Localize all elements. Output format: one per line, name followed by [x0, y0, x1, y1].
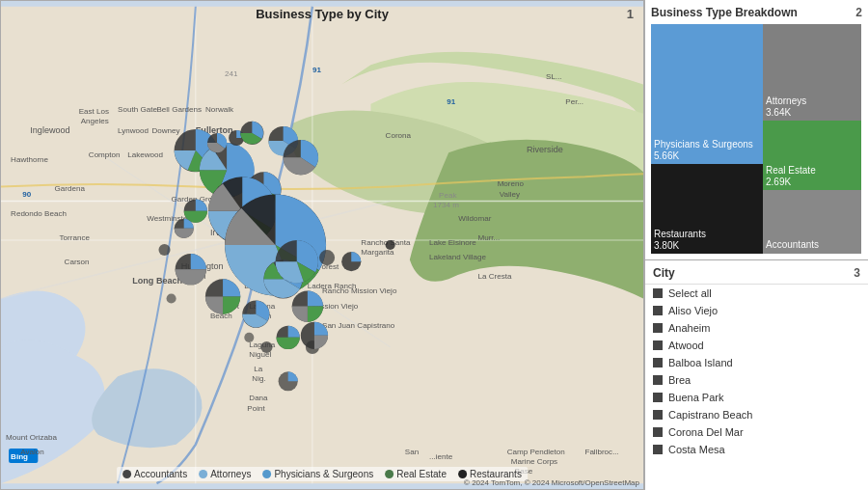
city-checkbox: [653, 393, 663, 402]
city-item-label: Atwood: [668, 340, 704, 351]
svg-point-93: [158, 244, 170, 256]
city-item-label: Brea: [668, 374, 691, 386]
map-attribution: © 2024 TomTom, © 2024 Microsoft/OpenStre…: [464, 478, 639, 487]
treemap-attorneys-value: 3.64K: [766, 107, 858, 118]
city-panel-number: 3: [854, 266, 860, 280]
city-panel-title: City: [653, 266, 675, 280]
city-checkbox: [653, 358, 663, 368]
legend-attorneys-label: Attorneys: [210, 469, 251, 479]
map-panel-number: 1: [627, 7, 634, 21]
svg-point-95: [244, 333, 254, 342]
city-item-label: Balboa Island: [668, 357, 733, 368]
treemap-accountants-label: Accountants: [766, 239, 858, 251]
city-checkbox: [653, 288, 663, 298]
treemap-header: Business Type Breakdown 2: [651, 6, 862, 19]
legend-accountants-label: Accountants: [134, 469, 187, 479]
treemap-attorneys[interactable]: Attorneys 3.64K: [763, 24, 861, 121]
city-item[interactable]: Costa Mesa: [645, 441, 868, 458]
right-panels: Business Type Breakdown 2 Physicians & S…: [644, 0, 868, 490]
city-item[interactable]: Atwood: [645, 337, 868, 354]
city-checkbox: [653, 340, 663, 350]
city-item-label: Aliso Viejo: [668, 305, 718, 316]
treemap-physicians-label: Physicians & Surgeons: [654, 139, 760, 150]
city-list[interactable]: Select allAliso ViejoAnaheimAtwoodBalboa…: [645, 285, 868, 490]
svg-point-101: [386, 240, 395, 250]
legend-physicians-label: Physicians & Surgeons: [274, 469, 373, 479]
city-panel: City 3 Select allAliso ViejoAnaheimAtwoo…: [645, 260, 868, 490]
city-checkbox: [653, 410, 663, 420]
city-checkbox: [653, 323, 663, 333]
physicians-dot: [262, 470, 271, 478]
map-panel: Business Type by City 1 Inglewood Hawt: [0, 0, 644, 490]
city-checkbox: [653, 427, 663, 437]
legend-attorneys: Attorneys: [199, 469, 251, 479]
treemap-restaurants[interactable]: Restaurants 3.80K: [651, 164, 763, 254]
city-item[interactable]: Anaheim: [645, 319, 868, 337]
city-item[interactable]: Brea: [645, 371, 868, 389]
treemap-restaurants-value: 3.80K: [654, 240, 760, 251]
svg-point-98: [319, 250, 335, 265]
realestate-dot: [385, 470, 393, 478]
accountants-dot: [122, 470, 131, 478]
city-item[interactable]: Buena Park: [645, 389, 868, 406]
svg-point-94: [167, 293, 176, 303]
treemap-restaurants-label: Restaurants: [654, 229, 760, 240]
city-checkbox: [653, 375, 663, 385]
treemap-realestate-value: 2.69K: [766, 177, 858, 187]
city-item-label: Corona Del Mar: [668, 426, 744, 438]
legend-realestate: Real Estate: [385, 469, 447, 479]
treemap-number: 2: [855, 6, 862, 19]
treemap-physicians-value: 5.66K: [654, 150, 760, 161]
treemap-accountants[interactable]: Accountants: [763, 190, 861, 254]
city-item-label: Anaheim: [668, 322, 710, 334]
treemap-panel: Business Type Breakdown 2 Physicians & S…: [645, 0, 868, 260]
treemap-container[interactable]: Physicians & Surgeons 5.66K Attorneys 3.…: [651, 24, 861, 254]
city-item-label: Capistrano Beach: [668, 409, 752, 421]
city-item-label: Buena Park: [668, 392, 723, 403]
city-panel-header: City 3: [645, 260, 868, 285]
city-item[interactable]: Select all: [645, 285, 868, 302]
restaurants-dot: [458, 470, 467, 478]
treemap-realestate-label: Real Estate: [766, 165, 858, 177]
city-checkbox: [653, 445, 663, 454]
svg-point-96: [260, 341, 272, 353]
legend-realestate-label: Real Estate: [396, 469, 447, 479]
city-item-label: Select all: [668, 287, 712, 299]
attorneys-dot: [199, 470, 207, 478]
treemap-attorneys-label: Attorneys: [766, 95, 858, 107]
treemap-title: Business Type Breakdown: [651, 6, 798, 19]
pie-charts-overlay: [1, 1, 643, 489]
city-item[interactable]: Corona Del Mar: [645, 423, 868, 441]
treemap-realestate[interactable]: Real Estate 2.69K: [763, 121, 861, 190]
city-item[interactable]: Capistrano Beach: [645, 406, 868, 423]
city-item[interactable]: Balboa Island: [645, 354, 868, 371]
treemap-physicians[interactable]: Physicians & Surgeons 5.66K: [651, 24, 763, 164]
city-item[interactable]: Aliso Viejo: [645, 302, 868, 319]
legend-accountants: Accountants: [122, 469, 187, 479]
city-checkbox: [653, 306, 663, 315]
legend-physicians: Physicians & Surgeons: [262, 469, 373, 479]
city-item-label: Costa Mesa: [668, 444, 725, 455]
map-title: Business Type by City: [256, 7, 389, 21]
